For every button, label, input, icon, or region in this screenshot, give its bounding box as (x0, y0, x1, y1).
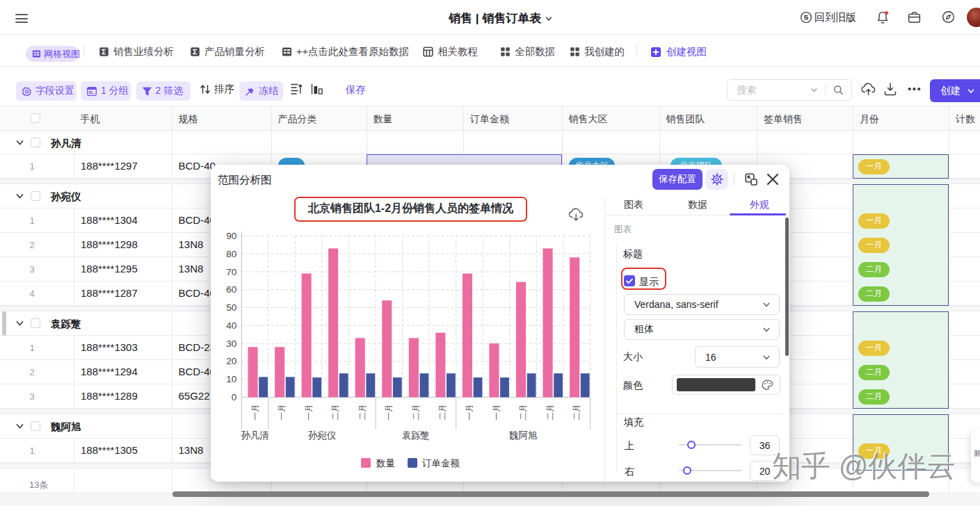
svg-text:一月: 一月 (305, 405, 313, 421)
svg-text:20: 20 (226, 356, 236, 366)
svg-text:一月: 一月 (465, 405, 474, 421)
svg-text:二月: 二月 (331, 405, 339, 421)
svg-text:二月: 二月 (412, 405, 420, 421)
svg-text:40: 40 (226, 320, 236, 331)
svg-text:一月: 一月 (278, 405, 286, 421)
svg-text:袁跞蹩: 袁跞蹩 (402, 430, 431, 441)
svg-text:二月: 二月 (546, 405, 554, 421)
svg-text:70: 70 (226, 267, 236, 277)
svg-text:二月: 二月 (438, 405, 447, 421)
svg-text:80: 80 (226, 249, 236, 259)
svg-text:二月: 二月 (572, 405, 581, 421)
svg-text:二月: 二月 (358, 405, 367, 421)
svg-text:60: 60 (226, 284, 236, 295)
svg-text:孙凡清: 孙凡清 (241, 430, 269, 441)
svg-text:50: 50 (226, 302, 236, 313)
svg-text:10: 10 (226, 374, 236, 384)
svg-text:0: 0 (232, 392, 237, 402)
svg-text:魏阿旭: 魏阿旭 (509, 430, 538, 441)
svg-text:一月: 一月 (251, 405, 259, 421)
svg-text:30: 30 (226, 338, 236, 349)
svg-text:一月: 一月 (385, 405, 393, 421)
svg-text:二月: 二月 (519, 405, 527, 421)
svg-text:一月: 一月 (492, 405, 501, 421)
svg-text:90: 90 (226, 231, 236, 241)
svg-text:孙宛仪: 孙宛仪 (308, 430, 337, 441)
